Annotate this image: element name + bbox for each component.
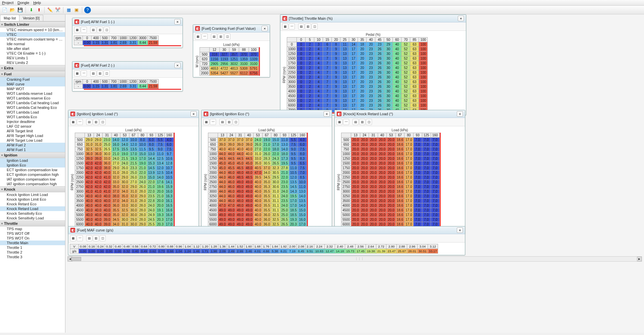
cell[interactable]: 30.6 bbox=[271, 185, 280, 189]
cell[interactable]: 23 bbox=[367, 70, 375, 75]
cell[interactable]: 7.0 bbox=[413, 199, 422, 203]
cell[interactable]: 14.0 bbox=[156, 175, 165, 180]
cell[interactable]: 7.0 bbox=[422, 147, 431, 152]
cell[interactable]: 39.0 bbox=[94, 156, 102, 161]
graph-view-icon[interactable]: 〰 bbox=[81, 27, 87, 33]
cell[interactable]: 39.0 bbox=[103, 217, 111, 222]
cell[interactable]: 20.0 bbox=[369, 138, 378, 142]
cell[interactable]: 7.0 bbox=[413, 171, 422, 175]
sidebar-item[interactable]: Throttle 1 bbox=[0, 245, 65, 250]
cell[interactable]: 0.32 bbox=[122, 249, 131, 254]
cell[interactable]: 20 bbox=[358, 61, 367, 66]
cell[interactable]: 10.83 bbox=[314, 249, 325, 254]
cell[interactable]: 52 bbox=[401, 61, 410, 66]
cell[interactable]: 0 bbox=[297, 89, 306, 94]
cell[interactable]: 29.0 bbox=[111, 166, 120, 171]
cell[interactable]: 2 bbox=[306, 75, 314, 80]
cell[interactable]: 29.0 bbox=[85, 138, 94, 142]
cell[interactable]: 20.0 bbox=[369, 208, 378, 213]
sidebar-item[interactable]: Knock Ignition Limit Eco bbox=[0, 197, 65, 202]
cell[interactable]: 26 bbox=[375, 98, 384, 103]
cell[interactable]: 23 bbox=[367, 80, 375, 84]
cell[interactable]: 37.0 bbox=[236, 138, 245, 142]
cell[interactable]: 19.0 bbox=[138, 161, 147, 166]
cell[interactable]: 63 bbox=[410, 52, 419, 56]
cell[interactable]: 8 bbox=[332, 42, 340, 47]
cell[interactable]: 370 bbox=[239, 52, 249, 57]
cell[interactable]: 21.5 bbox=[120, 156, 129, 161]
cell[interactable]: 7.0 bbox=[413, 203, 422, 208]
cell[interactable]: 5354 bbox=[210, 71, 219, 76]
sidebar-item[interactable]: AFM Fuel 1 bbox=[0, 147, 65, 152]
cell[interactable]: 327 bbox=[219, 52, 229, 57]
cell[interactable]: 39.0 bbox=[218, 142, 227, 147]
cell[interactable]: 44.0 bbox=[218, 152, 227, 156]
cell[interactable]: 20.0 bbox=[378, 147, 386, 152]
sidebar-item[interactable]: WOT Lambda Eco bbox=[0, 115, 65, 119]
cell[interactable]: 8.0 bbox=[147, 142, 156, 147]
cell[interactable]: 7.0 bbox=[431, 142, 439, 147]
cell[interactable]: 7 bbox=[323, 98, 332, 103]
cell[interactable]: 20 bbox=[358, 47, 367, 52]
cell[interactable]: 17 bbox=[349, 94, 358, 98]
tool4-icon[interactable]: ▥ bbox=[93, 119, 99, 125]
cell[interactable]: 30 bbox=[384, 80, 393, 84]
cell[interactable]: 18.6 bbox=[395, 217, 404, 222]
cell[interactable]: 12.0 bbox=[156, 166, 165, 171]
cell[interactable]: 1.04 bbox=[175, 249, 183, 254]
cell[interactable]: 20.0 bbox=[378, 208, 386, 213]
cell[interactable]: 13 bbox=[340, 98, 349, 103]
cell[interactable]: 7.0 bbox=[422, 189, 431, 194]
cell[interactable]: 17 bbox=[349, 66, 358, 70]
cell[interactable]: 20.0 bbox=[351, 199, 360, 203]
cell[interactable]: 22.0 bbox=[147, 189, 156, 194]
cell[interactable]: 10.6 bbox=[165, 156, 173, 161]
section-header[interactable]: Ignition bbox=[0, 152, 65, 158]
cell[interactable]: 20.0 bbox=[378, 180, 386, 185]
cell[interactable]: 20.0 bbox=[387, 217, 395, 222]
cell[interactable]: 63 bbox=[410, 103, 419, 108]
tool5-icon[interactable]: ◫ bbox=[224, 34, 230, 40]
cell[interactable]: 7 bbox=[323, 70, 332, 75]
cell[interactable]: 16.0 bbox=[111, 142, 120, 147]
grid-view-icon[interactable]: ▦ bbox=[74, 27, 80, 33]
cell[interactable]: 7 bbox=[323, 66, 332, 70]
cell[interactable]: 40.0 bbox=[103, 208, 111, 213]
cell[interactable]: 20.0 bbox=[351, 142, 360, 147]
tool3-icon[interactable]: ▤ bbox=[211, 34, 217, 40]
cell[interactable]: 7.0 bbox=[413, 147, 422, 152]
cell[interactable]: 0.00 bbox=[114, 249, 122, 254]
cell[interactable]: 3.31 bbox=[128, 41, 138, 45]
cell[interactable]: 29.5 bbox=[271, 175, 280, 180]
cell[interactable]: 30 bbox=[384, 103, 393, 108]
cell[interactable]: 20.0 bbox=[351, 156, 360, 161]
close-icon[interactable]: ✕ bbox=[457, 111, 463, 117]
cell[interactable]: 9 bbox=[332, 89, 340, 94]
cell[interactable]: 9 bbox=[332, 56, 340, 61]
cell[interactable]: 20.0 bbox=[351, 175, 360, 180]
cell[interactable]: 19.0 bbox=[120, 152, 129, 156]
section-header[interactable]: Knock bbox=[0, 186, 65, 192]
cell[interactable]: 41.0 bbox=[103, 175, 111, 180]
cell[interactable]: 63 bbox=[410, 42, 419, 47]
cell[interactable]: 100 bbox=[419, 56, 428, 61]
cell[interactable]: 7.0 bbox=[413, 185, 422, 189]
cell[interactable]: 17.0 bbox=[405, 189, 413, 194]
cell[interactable]: 31.1 bbox=[271, 208, 280, 213]
cell[interactable]: 35.5 bbox=[262, 208, 271, 213]
cell[interactable]: 5791 bbox=[249, 66, 259, 71]
tool4-icon[interactable]: ▥ bbox=[93, 235, 99, 241]
cell[interactable]: 7.0 bbox=[431, 203, 439, 208]
cell[interactable]: 100 bbox=[419, 66, 428, 70]
cell[interactable]: 7.5 bbox=[298, 166, 307, 171]
cell[interactable]: 9.5 bbox=[147, 147, 156, 152]
cell[interactable]: 20.0 bbox=[369, 189, 378, 194]
cell[interactable]: 30.0 bbox=[129, 203, 138, 208]
new-icon[interactable]: 📄 bbox=[1, 7, 8, 13]
cell[interactable]: 35.5 bbox=[262, 203, 271, 208]
sidebar-item[interactable]: AFM Fuel 2 bbox=[0, 143, 65, 147]
cell[interactable]: 21.59 bbox=[148, 41, 158, 45]
cell[interactable]: 23 bbox=[367, 94, 375, 98]
cell[interactable]: 63 bbox=[410, 66, 419, 70]
cell[interactable]: 49.0 bbox=[218, 208, 227, 213]
